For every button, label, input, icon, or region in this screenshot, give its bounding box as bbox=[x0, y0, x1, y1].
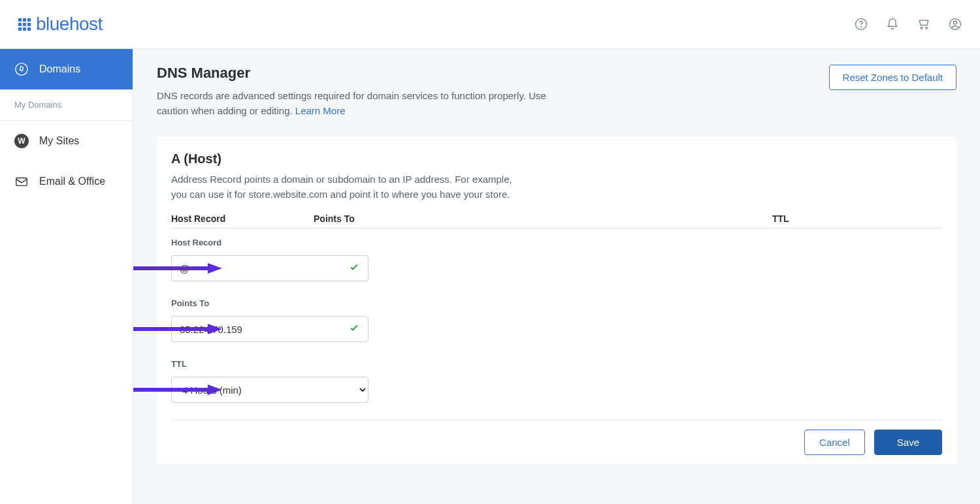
svg-point-3 bbox=[926, 27, 928, 29]
column-points-to: Points To bbox=[314, 213, 772, 224]
header-actions bbox=[855, 18, 962, 31]
help-icon[interactable] bbox=[855, 18, 868, 31]
host-record-label: Host Record bbox=[171, 238, 942, 247]
sidebar-item-label: Domains bbox=[39, 63, 80, 75]
mail-icon bbox=[14, 174, 29, 189]
sidebar-item-email-office[interactable]: Email & Office bbox=[0, 161, 133, 202]
bell-icon[interactable] bbox=[886, 18, 899, 31]
brand-logo[interactable]: bluehost bbox=[18, 14, 103, 35]
logo-grid-icon bbox=[18, 18, 31, 31]
points-to-input[interactable] bbox=[171, 316, 368, 342]
sidebar-item-label: Email & Office bbox=[39, 176, 105, 187]
learn-more-link[interactable]: Learn More bbox=[295, 105, 346, 116]
card-description: Address Record points a domain or subdom… bbox=[171, 172, 524, 202]
column-ttl: TTL bbox=[772, 213, 942, 224]
sidebar-item-label: My Sites bbox=[39, 135, 79, 147]
svg-point-2 bbox=[921, 27, 923, 29]
main-content: DNS Manager DNS records are advanced set… bbox=[133, 49, 980, 504]
card-title: A (Host) bbox=[171, 151, 942, 166]
ttl-select[interactable]: 4 Hours (min) bbox=[171, 377, 368, 403]
brand-name: bluehost bbox=[36, 14, 103, 35]
a-host-card: A (Host) Address Record points a domain … bbox=[157, 137, 956, 465]
wordpress-icon: W bbox=[14, 134, 29, 148]
compass-icon bbox=[14, 62, 29, 76]
cart-icon[interactable] bbox=[917, 18, 930, 31]
svg-rect-7 bbox=[16, 178, 27, 186]
column-host-record: Host Record bbox=[171, 213, 314, 224]
svg-point-1 bbox=[861, 27, 862, 27]
sidebar: Domains My Domains W My Sites Email & Of… bbox=[0, 49, 133, 504]
card-actions: Cancel Save bbox=[171, 420, 942, 455]
sidebar-sub-my-domains[interactable]: My Domains bbox=[0, 89, 133, 121]
save-button[interactable]: Save bbox=[874, 430, 942, 455]
page-description: DNS records are advanced settings requir… bbox=[157, 88, 549, 119]
page-title: DNS Manager bbox=[157, 65, 549, 82]
cancel-button[interactable]: Cancel bbox=[804, 430, 865, 455]
column-headers-row: Host Record Points To TTL bbox=[171, 213, 942, 228]
user-icon[interactable] bbox=[949, 18, 962, 31]
svg-point-6 bbox=[16, 63, 27, 75]
ttl-label: TTL bbox=[171, 359, 942, 369]
sidebar-item-domains[interactable]: Domains bbox=[0, 49, 133, 89]
app-header: bluehost bbox=[0, 0, 980, 49]
points-to-label: Points To bbox=[171, 298, 942, 308]
host-record-input[interactable] bbox=[171, 255, 368, 281]
reset-zones-button[interactable]: Reset Zones to Default bbox=[829, 65, 956, 90]
svg-point-5 bbox=[954, 21, 957, 24]
sidebar-item-my-sites[interactable]: W My Sites bbox=[0, 121, 133, 161]
